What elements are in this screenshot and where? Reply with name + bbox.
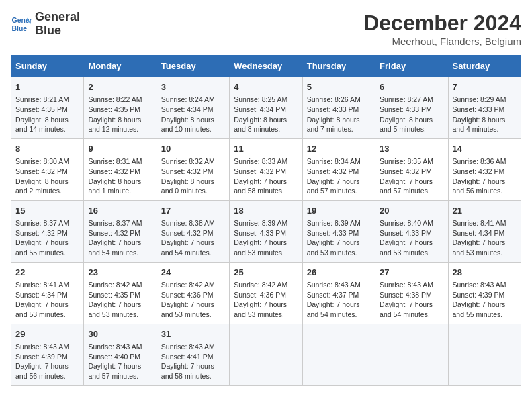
day-number: 7 (453, 81, 517, 93)
calendar-cell: 24Sunrise: 8:42 AM Sunset: 4:36 PM Dayli… (157, 262, 229, 324)
day-info: Sunrise: 8:43 AM Sunset: 4:41 PM Dayligh… (161, 342, 225, 381)
day-info: Sunrise: 8:43 AM Sunset: 4:39 PM Dayligh… (453, 280, 517, 320)
calendar-cell: 31Sunrise: 8:43 AM Sunset: 4:41 PM Dayli… (157, 324, 229, 385)
day-number: 21 (453, 205, 517, 217)
day-number: 31 (161, 328, 225, 340)
day-info: Sunrise: 8:33 AM Sunset: 4:32 PM Dayligh… (234, 156, 298, 196)
calendar-cell: 12Sunrise: 8:34 AM Sunset: 4:32 PM Dayli… (302, 138, 375, 200)
day-number: 1 (15, 81, 79, 93)
weekday-header-row: Sunday Monday Tuesday Wednesday Thursday… (11, 56, 521, 77)
day-number: 28 (453, 267, 517, 279)
day-number: 18 (234, 205, 298, 217)
day-number: 13 (380, 143, 443, 155)
day-number: 30 (88, 328, 152, 340)
day-info: Sunrise: 8:42 AM Sunset: 4:35 PM Dayligh… (88, 280, 152, 320)
calendar-cell: 23Sunrise: 8:42 AM Sunset: 4:35 PM Dayli… (84, 262, 157, 324)
day-info: Sunrise: 8:42 AM Sunset: 4:36 PM Dayligh… (234, 280, 298, 320)
calendar-cell: 14Sunrise: 8:36 AM Sunset: 4:32 PM Dayli… (448, 138, 521, 200)
day-info: Sunrise: 8:36 AM Sunset: 4:32 PM Dayligh… (453, 156, 517, 196)
day-info: Sunrise: 8:42 AM Sunset: 4:36 PM Dayligh… (161, 280, 225, 320)
day-info: Sunrise: 8:25 AM Sunset: 4:34 PM Dayligh… (234, 95, 298, 134)
calendar-cell: 2Sunrise: 8:22 AM Sunset: 4:35 PM Daylig… (84, 77, 157, 139)
main-title: December 2024 (363, 11, 521, 36)
calendar-cell: 4Sunrise: 8:25 AM Sunset: 4:34 PM Daylig… (230, 77, 302, 139)
day-info: Sunrise: 8:38 AM Sunset: 4:32 PM Dayligh… (161, 218, 225, 258)
logo-text: General Blue (35, 11, 80, 38)
calendar-cell: 16Sunrise: 8:37 AM Sunset: 4:32 PM Dayli… (84, 200, 157, 262)
day-info: Sunrise: 8:37 AM Sunset: 4:32 PM Dayligh… (15, 218, 79, 258)
day-number: 8 (15, 143, 79, 155)
header: General Blue General Blue December 2024 … (11, 11, 521, 47)
day-info: Sunrise: 8:34 AM Sunset: 4:32 PM Dayligh… (307, 156, 371, 196)
calendar-cell: 5Sunrise: 8:26 AM Sunset: 4:33 PM Daylig… (302, 77, 375, 139)
week-row-2: 15Sunrise: 8:37 AM Sunset: 4:32 PM Dayli… (11, 200, 521, 262)
day-number: 11 (234, 143, 298, 155)
header-monday: Monday (84, 56, 157, 77)
day-number: 14 (453, 143, 517, 155)
day-number: 23 (88, 267, 152, 279)
calendar-cell: 20Sunrise: 8:40 AM Sunset: 4:33 PM Dayli… (375, 200, 448, 262)
day-number: 2 (88, 81, 152, 93)
logo: General Blue General Blue (11, 11, 80, 38)
day-number: 3 (161, 81, 225, 93)
calendar-cell (302, 324, 375, 385)
calendar-table: Sunday Monday Tuesday Wednesday Thursday… (11, 55, 521, 386)
calendar-cell (230, 324, 302, 385)
svg-text:General: General (12, 17, 32, 24)
calendar-cell: 1Sunrise: 8:21 AM Sunset: 4:35 PM Daylig… (11, 77, 84, 139)
week-row-1: 8Sunrise: 8:30 AM Sunset: 4:32 PM Daylig… (11, 138, 521, 200)
header-tuesday: Tuesday (157, 56, 229, 77)
calendar-cell: 11Sunrise: 8:33 AM Sunset: 4:32 PM Dayli… (230, 138, 302, 200)
day-number: 6 (380, 81, 443, 93)
day-number: 25 (234, 267, 298, 279)
calendar-cell (375, 324, 448, 385)
day-number: 15 (15, 205, 79, 217)
day-info: Sunrise: 8:31 AM Sunset: 4:32 PM Dayligh… (88, 156, 152, 196)
day-info: Sunrise: 8:37 AM Sunset: 4:32 PM Dayligh… (88, 218, 152, 258)
day-number: 24 (161, 267, 225, 279)
day-info: Sunrise: 8:41 AM Sunset: 4:34 PM Dayligh… (453, 218, 517, 258)
calendar-cell: 7Sunrise: 8:29 AM Sunset: 4:33 PM Daylig… (448, 77, 521, 139)
header-sunday: Sunday (11, 56, 84, 77)
subtitle: Meerhout, Flanders, Belgium (363, 36, 521, 47)
calendar-cell: 10Sunrise: 8:32 AM Sunset: 4:32 PM Dayli… (157, 138, 229, 200)
week-row-3: 22Sunrise: 8:41 AM Sunset: 4:34 PM Dayli… (11, 262, 521, 324)
day-number: 9 (88, 143, 152, 155)
day-number: 26 (307, 267, 371, 279)
title-area: December 2024 Meerhout, Flanders, Belgiu… (363, 11, 521, 47)
calendar-cell: 22Sunrise: 8:41 AM Sunset: 4:34 PM Dayli… (11, 262, 84, 324)
calendar-cell (448, 324, 521, 385)
header-thursday: Thursday (302, 56, 375, 77)
day-info: Sunrise: 8:43 AM Sunset: 4:38 PM Dayligh… (380, 280, 443, 320)
calendar-cell: 21Sunrise: 8:41 AM Sunset: 4:34 PM Dayli… (448, 200, 521, 262)
calendar-cell: 19Sunrise: 8:39 AM Sunset: 4:33 PM Dayli… (302, 200, 375, 262)
day-number: 22 (15, 267, 79, 279)
day-number: 20 (380, 205, 443, 217)
day-info: Sunrise: 8:43 AM Sunset: 4:37 PM Dayligh… (307, 280, 371, 320)
day-info: Sunrise: 8:27 AM Sunset: 4:33 PM Dayligh… (380, 95, 443, 134)
calendar-cell: 6Sunrise: 8:27 AM Sunset: 4:33 PM Daylig… (375, 77, 448, 139)
day-info: Sunrise: 8:43 AM Sunset: 4:39 PM Dayligh… (15, 342, 79, 381)
calendar-header: Sunday Monday Tuesday Wednesday Thursday… (11, 56, 521, 77)
calendar-cell: 9Sunrise: 8:31 AM Sunset: 4:32 PM Daylig… (84, 138, 157, 200)
day-number: 27 (380, 267, 443, 279)
calendar-cell: 26Sunrise: 8:43 AM Sunset: 4:37 PM Dayli… (302, 262, 375, 324)
day-number: 17 (161, 205, 225, 217)
day-info: Sunrise: 8:41 AM Sunset: 4:34 PM Dayligh… (15, 280, 79, 320)
calendar-cell: 27Sunrise: 8:43 AM Sunset: 4:38 PM Dayli… (375, 262, 448, 324)
day-number: 29 (15, 328, 79, 340)
day-number: 10 (161, 143, 225, 155)
header-saturday: Saturday (448, 56, 521, 77)
day-info: Sunrise: 8:32 AM Sunset: 4:32 PM Dayligh… (161, 156, 225, 196)
svg-text:Blue: Blue (12, 24, 28, 32)
day-info: Sunrise: 8:22 AM Sunset: 4:35 PM Dayligh… (88, 95, 152, 134)
calendar-cell: 25Sunrise: 8:42 AM Sunset: 4:36 PM Dayli… (230, 262, 302, 324)
day-info: Sunrise: 8:40 AM Sunset: 4:33 PM Dayligh… (380, 218, 443, 258)
day-info: Sunrise: 8:43 AM Sunset: 4:40 PM Dayligh… (88, 342, 152, 381)
logo-icon: General Blue (11, 13, 32, 35)
calendar-cell: 3Sunrise: 8:24 AM Sunset: 4:34 PM Daylig… (157, 77, 229, 139)
day-info: Sunrise: 8:35 AM Sunset: 4:32 PM Dayligh… (380, 156, 443, 196)
calendar-cell: 15Sunrise: 8:37 AM Sunset: 4:32 PM Dayli… (11, 200, 84, 262)
week-row-4: 29Sunrise: 8:43 AM Sunset: 4:39 PM Dayli… (11, 324, 521, 385)
day-number: 19 (307, 205, 371, 217)
